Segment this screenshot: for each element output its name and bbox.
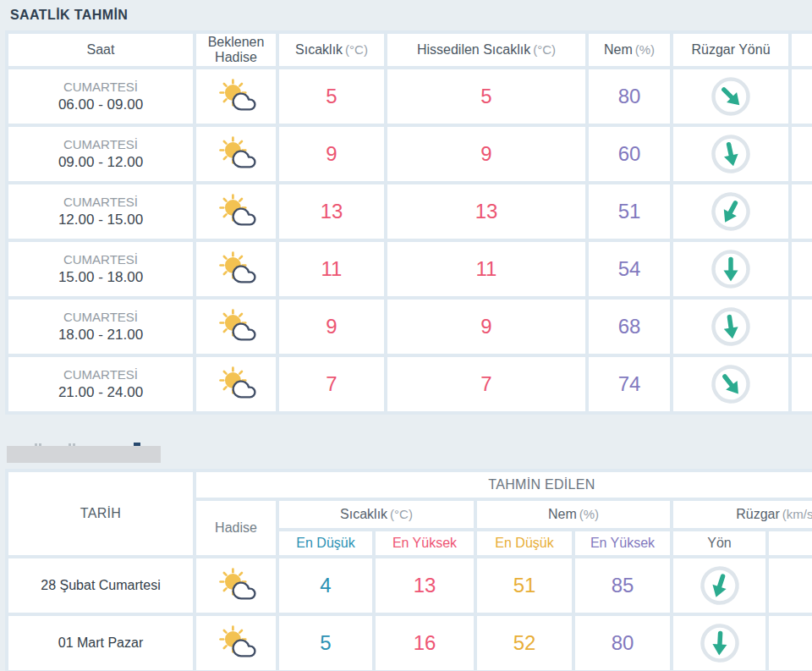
time-range: 15.00 - 18.00 [8,269,193,286]
wind-direction-icon [704,184,759,239]
col-hissedilen-sicaklik: Hissedilen Sıcaklık(°C) [387,34,585,66]
partly-cloudy-icon [213,307,259,346]
humidity-value: 80 [589,69,670,124]
hum-min-value: 52 [477,616,572,670]
temperature-value: 11 [279,242,384,296]
col-truncated [792,34,812,66]
temp-max-value: 13 [376,558,474,613]
truncated-cell [792,242,812,296]
humidity-value: 51 [589,184,670,239]
day-label: CUMARTESİ [8,137,193,151]
truncated-cell [792,300,812,354]
humidity-value: 68 [589,300,670,354]
truncated-cell [792,69,812,124]
temperature-value: 7 [279,357,384,411]
time-slot-cell: CUMARTESİ12.00 - 15.00 [8,184,193,239]
wind-speed-value: 11 [769,616,812,670]
col-nem: Nem(%) [589,34,670,66]
hum-min-value: 51 [477,558,572,613]
date-cell: 28 Şubat Cumartesi [8,558,193,613]
day-label: CUMARTESİ [8,367,193,382]
hourly-row: CUMARTESİ18.00 - 21.00 9 9 68 [8,300,812,354]
obscured-section-title [7,446,261,463]
temperature-value: 9 [279,300,384,354]
col-temp-min: En Düşük [279,531,372,555]
temperature-value: 5 [279,69,384,124]
col-temp-max: En Yüksek [376,531,474,555]
hourly-row: CUMARTESİ09.00 - 12.00 9 9 60 [8,127,812,181]
col-sicaklik: Sıcaklık(°C) [279,34,384,66]
wind-direction-icon [694,560,744,611]
day-label: CUMARTESİ [8,195,193,209]
col-group-ruzgar: Rüzgar(km/sa) [673,501,812,528]
truncated-cell [792,357,812,411]
date-cell: 01 Mart Pazar [8,616,193,670]
time-range: 12.00 - 15.00 [8,212,193,228]
hourly-row: CUMARTESİ15.00 - 18.00 11 11 54 [8,242,812,296]
feels-like-value: 5 [387,69,585,124]
temp-min-value: 4 [279,558,372,613]
day-label: CUMARTESİ [8,252,193,267]
hourly-row: CUMARTESİ12.00 - 15.00 13 13 51 [8,184,812,239]
col-group-sicaklik: Sıcaklık(°C) [279,501,474,528]
time-slot-cell: CUMARTESİ06.00 - 09.00 [8,69,193,124]
daily-header-row-1: TARİH TAHMİN EDİLEN [8,472,812,498]
page-title: SAATLİK TAHMİN [10,7,812,23]
hourly-row: CUMARTESİ06.00 - 09.00 5 5 80 [8,69,812,124]
daily-row: 28 Şubat Cumartesi 4 13 51 85 13 [8,558,812,613]
time-range: 18.00 - 21.00 [8,327,193,344]
partly-cloudy-icon [213,566,259,605]
temperature-value: 9 [279,127,384,181]
daily-forecast-table: TARİH TAHMİN EDİLEN Hadise Sıcaklık(°C) … [5,469,812,671]
text-artifact-mark [134,443,140,446]
day-label: CUMARTESİ [8,310,193,324]
hourly-forecast-table: Saat Beklenen Hadise Sıcaklık(°C) Hissed… [5,30,812,415]
partly-cloudy-icon [213,77,259,116]
partly-cloudy-icon [213,192,259,231]
col-tarih: TARİH [8,472,193,555]
time-slot-cell: CUMARTESİ18.00 - 21.00 [8,300,193,354]
day-label: CUMARTESİ [8,80,193,94]
weather-forecast-page: SAATLİK TAHMİN Saat Beklenen Hadise Sıca… [0,7,812,671]
humidity-value: 60 [589,127,670,181]
time-slot-cell: CUMARTESİ15.00 - 18.00 [8,242,193,296]
col-wind-dir: Yön [673,531,765,555]
text-artifact-dot [73,443,75,446]
hourly-header-row: Saat Beklenen Hadise Sıcaklık(°C) Hissed… [8,34,812,66]
time-range: 06.00 - 09.00 [8,96,193,113]
col-group-nem: Nem(%) [477,501,670,528]
partly-cloudy-icon [213,365,259,404]
col-beklenen-hadise: Beklenen Hadise [196,34,276,66]
daily-row: 01 Mart Pazar 5 16 52 80 11 [8,616,812,670]
time-slot-cell: CUMARTESİ21.00 - 24.00 [8,357,193,411]
hum-max-value: 80 [575,616,670,670]
col-hadise: Hadise [196,501,276,555]
col-hum-min: En Düşük [477,531,572,555]
col-saat: Saat [8,34,193,66]
truncated-cell [792,127,812,181]
col-hum-max: En Yüksek [575,531,670,555]
section-title-placeholder-bar [7,446,161,463]
temp-min-value: 5 [279,616,372,670]
text-artifact-dot [69,443,71,446]
feels-like-value: 7 [387,357,585,411]
hum-max-value: 85 [575,558,670,613]
col-tahmin-edilen: TAHMİN EDİLEN [196,472,812,498]
hourly-row: CUMARTESİ21.00 - 24.00 7 7 74 [8,357,812,411]
text-artifact-dot [39,443,41,446]
wind-direction-icon [710,249,751,289]
time-range: 09.00 - 12.00 [8,154,193,171]
wind-speed-value: 13 [769,558,812,613]
col-ruzgar-yonu: Rüzgar Yönü [673,34,788,66]
temp-max-value: 16 [376,616,474,670]
partly-cloudy-icon [213,135,259,173]
text-artifact-dot [35,443,37,446]
wind-direction-icon [708,304,754,349]
time-range: 21.00 - 24.00 [8,384,193,401]
wind-direction-icon [707,130,755,179]
col-wind-speed: Hız [769,531,812,555]
wind-direction-icon [702,69,760,124]
partly-cloudy-icon [213,250,259,289]
humidity-value: 54 [589,242,670,296]
temperature-value: 13 [279,184,384,239]
